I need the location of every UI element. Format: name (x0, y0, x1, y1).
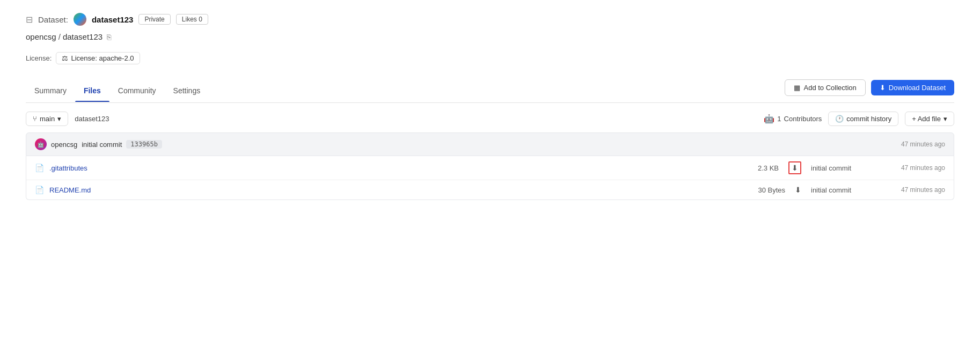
branch-selector[interactable]: ⑂ main ▾ (26, 112, 68, 126)
tabs-bar: Summary Files Community Settings ▦ Add t… (26, 79, 954, 103)
file-name[interactable]: README.md (49, 186, 748, 194)
commit-banner: 🤖 opencsg initial commit 133965b 47 minu… (26, 132, 954, 156)
tab-settings[interactable]: Settings (165, 81, 209, 101)
dataset-label: Dataset: (38, 15, 68, 24)
download-dataset-button[interactable]: ⬇ Download Dataset (871, 80, 954, 95)
clock-icon: 🕐 (835, 115, 844, 123)
commit-history-label: commit history (846, 115, 891, 123)
breadcrumb-org[interactable]: opencsg (26, 32, 56, 41)
private-badge: Private (138, 14, 170, 25)
table-row: 📄 .gitattributes 2.3 KB ⬇ initial commit… (26, 156, 954, 180)
breadcrumb-separator: / (58, 32, 61, 41)
commit-user-avatar: 🤖 (35, 138, 47, 150)
add-to-collection-button[interactable]: ▦ Add to Collection (785, 79, 865, 96)
commit-hash[interactable]: 133965b (126, 140, 162, 149)
contributors-count: 1 (777, 115, 781, 123)
dataset-name: dataset123 (92, 15, 134, 24)
download-file-highlighted-icon[interactable]: ⬇ (788, 161, 801, 174)
current-path: dataset123 (75, 115, 109, 123)
contributors-label: Contributors (784, 115, 822, 123)
contributors-button[interactable]: 🤖 1 Contributors (764, 114, 822, 124)
chevron-down-icon: ▾ (57, 115, 61, 123)
download-icon: ⬇ (880, 84, 886, 92)
tab-summary[interactable]: Summary (26, 81, 75, 101)
file-size: 30 Bytes (753, 186, 785, 194)
dataset-avatar (74, 13, 86, 26)
chevron-down-icon-addfile: ▾ (944, 115, 947, 123)
license-badge[interactable]: ⚖ License: apache-2.0 (56, 52, 140, 64)
branch-name: main (40, 115, 55, 123)
breadcrumb-repo[interactable]: dataset123 (63, 32, 103, 41)
add-to-collection-label: Add to Collection (803, 84, 856, 92)
file-icon: 📄 (35, 164, 44, 172)
tab-files[interactable]: Files (75, 81, 109, 101)
table-row: 📄 README.md 30 Bytes ⬇ initial commit 47… (26, 180, 954, 199)
contributors-avatar-icon: 🤖 (764, 114, 774, 124)
file-time: 47 minutes ago (881, 186, 945, 194)
download-dataset-label: Download Dataset (889, 84, 946, 92)
copy-link-icon[interactable]: ⎘ (107, 33, 111, 41)
likes-badge: Likes 0 (176, 14, 208, 25)
license-label: License: (26, 54, 52, 62)
license-value: License: apache-2.0 (71, 54, 134, 62)
file-size: 2.3 KB (747, 164, 779, 172)
add-file-label: + Add file (912, 115, 941, 123)
download-file-icon[interactable]: ⬇ (795, 186, 801, 194)
commit-time: 47 minutes ago (901, 140, 945, 148)
tab-community[interactable]: Community (109, 81, 165, 101)
commit-username[interactable]: opencsg (51, 140, 77, 149)
file-commit-msg: initial commit (811, 164, 875, 172)
commit-message: initial commit (82, 140, 122, 149)
file-icon: 📄 (35, 186, 44, 194)
branch-icon: ⑂ (33, 115, 37, 123)
add-file-button[interactable]: + Add file ▾ (905, 112, 954, 126)
file-toolbar: ⑂ main ▾ dataset123 🤖 1 Contributors 🕐 c… (26, 103, 954, 132)
license-icon: ⚖ (62, 54, 68, 62)
file-time: 47 minutes ago (881, 164, 945, 172)
collection-icon: ▦ (794, 84, 800, 92)
dataset-db-icon: ⊟ (26, 14, 33, 25)
commit-history-button[interactable]: 🕐 commit history (828, 112, 898, 126)
file-name[interactable]: .gitattributes (49, 164, 741, 172)
file-list: 📄 .gitattributes 2.3 KB ⬇ initial commit… (26, 156, 954, 200)
file-commit-msg: initial commit (811, 186, 875, 194)
